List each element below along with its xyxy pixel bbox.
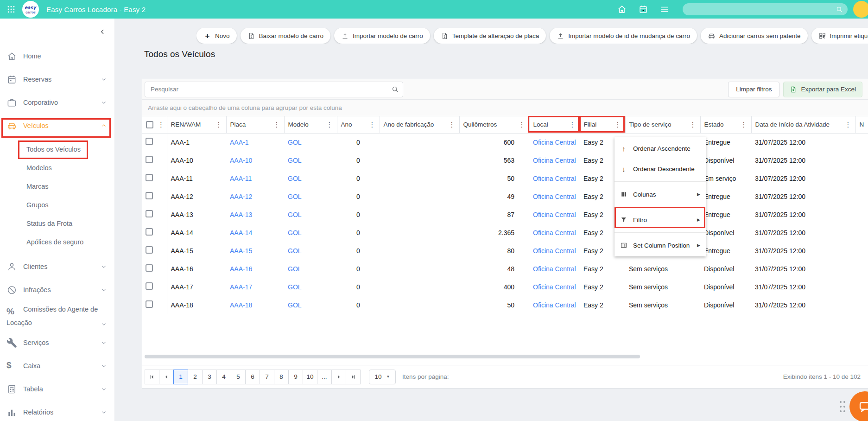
- chevron-down-icon[interactable]: [101, 99, 107, 106]
- sidebar-item-corporativo[interactable]: Corporativo: [0, 91, 114, 114]
- local-link[interactable]: Oficina Central: [533, 265, 576, 273]
- sidebar-item-status-da-frota[interactable]: Status da Frota: [0, 214, 114, 233]
- modelo-link[interactable]: GOL: [288, 301, 302, 309]
- column-menu-icon[interactable]: ⋮: [688, 121, 698, 128]
- modelo-link[interactable]: GOL: [288, 157, 302, 164]
- menu-item-ordenar-descendente[interactable]: ↓Ordenar Descendente: [615, 159, 706, 179]
- sidebar-item-apólices-de-seguro[interactable]: Apólices de seguro: [0, 233, 114, 251]
- placa-link[interactable]: AAA-1: [230, 139, 248, 146]
- local-link[interactable]: Oficina Central: [533, 157, 576, 164]
- row-checkbox[interactable]: [146, 300, 153, 308]
- page-button-9[interactable]: 9: [288, 370, 303, 384]
- column-menu-icon[interactable]: ⋮: [272, 121, 282, 128]
- global-search[interactable]: [683, 3, 848, 15]
- grid-search-input[interactable]: [150, 85, 391, 93]
- column-header-filial[interactable]: Filial⋮: [580, 116, 625, 133]
- toolbar-button-adicionar-carros-sem-patente[interactable]: Adicionar carros sem patente: [701, 28, 808, 44]
- placa-link[interactable]: AAA-12: [230, 193, 252, 200]
- sidebar-item-clientes[interactable]: Clientes: [0, 255, 114, 278]
- sidebar-item-reservas[interactable]: Reservas: [0, 68, 114, 91]
- modelo-link[interactable]: GOL: [288, 193, 302, 200]
- page-size-select[interactable]: 10▼: [369, 370, 396, 384]
- local-link[interactable]: Oficina Central: [533, 139, 576, 146]
- page-button-7[interactable]: 7: [260, 370, 274, 384]
- sidebar-item-tabela[interactable]: Tabela: [0, 377, 114, 401]
- column-menu-icon[interactable]: ⋮: [843, 121, 854, 128]
- previous-page-button[interactable]: [159, 370, 174, 384]
- toolbar-button-importar-modelo-de-id-de-mudança-de-carro[interactable]: Importar modelo de id de mudança de carr…: [550, 28, 697, 44]
- sidebar-item-relatórios[interactable]: Relatórios: [0, 401, 114, 421]
- chevron-up-icon[interactable]: [101, 122, 107, 129]
- row-checkbox[interactable]: [146, 192, 153, 199]
- column-menu-icon[interactable]: ⋮: [567, 121, 578, 128]
- apps-grid-icon[interactable]: [6, 5, 16, 14]
- local-link[interactable]: Oficina Central: [533, 247, 576, 255]
- toolbar-button-importar-modelo-de-carro[interactable]: Importar modelo de carro: [334, 28, 430, 44]
- group-by-bar[interactable]: Arraste aqui o cabeçalho de uma coluna p…: [142, 100, 868, 116]
- grid-search-box[interactable]: [145, 82, 403, 97]
- modelo-link[interactable]: GOL: [288, 175, 302, 182]
- sidebar-item-caixa[interactable]: $Caixa: [0, 354, 114, 377]
- placa-link[interactable]: AAA-15: [230, 247, 252, 255]
- menu-item-colunas[interactable]: Colunas▶: [615, 184, 706, 204]
- home-icon[interactable]: [617, 4, 627, 14]
- modelo-link[interactable]: GOL: [288, 139, 302, 146]
- sidebar-item-modelos[interactable]: Modelos: [0, 159, 114, 177]
- chevron-down-icon[interactable]: [101, 363, 107, 369]
- row-checkbox[interactable]: [146, 228, 153, 236]
- placa-link[interactable]: AAA-13: [230, 211, 252, 218]
- page-button-10[interactable]: 10: [303, 370, 317, 384]
- fab-drag-handle[interactable]: [839, 400, 846, 414]
- column-header-placa[interactable]: Placa⋮: [226, 116, 284, 133]
- placa-link[interactable]: AAA-14: [230, 229, 252, 236]
- next-page-button[interactable]: [331, 370, 346, 384]
- column-menu-icon[interactable]: ⋮: [613, 121, 623, 128]
- chevron-down-icon[interactable]: [101, 320, 107, 326]
- user-avatar[interactable]: [853, 1, 868, 18]
- placa-link[interactable]: AAA-18: [230, 301, 252, 309]
- chevron-down-icon[interactable]: [101, 386, 107, 392]
- column-header-quilômetros[interactable]: Quilômetros⋮: [459, 116, 529, 133]
- row-checkbox[interactable]: [146, 138, 153, 145]
- local-link[interactable]: Oficina Central: [533, 283, 576, 291]
- page-button-6[interactable]: 6: [245, 370, 260, 384]
- placa-link[interactable]: AAA-16: [230, 265, 252, 273]
- toolbar-button-novo[interactable]: +Novo: [196, 28, 237, 44]
- column-header-tipo-de-serviço[interactable]: Tipo de serviço⋮: [625, 116, 700, 133]
- clear-filters-button[interactable]: Limpar filtros: [728, 82, 779, 97]
- column-header-local[interactable]: Local⋮: [529, 116, 580, 133]
- page-button-2[interactable]: 2: [188, 370, 203, 384]
- sidebar-item-veículos[interactable]: Veículos: [0, 114, 114, 137]
- sidebar-item-grupos[interactable]: Grupos: [0, 196, 114, 214]
- row-checkbox[interactable]: [146, 174, 153, 181]
- sidebar-collapse-icon[interactable]: [99, 28, 106, 35]
- menu-icon[interactable]: [659, 4, 670, 14]
- chevron-down-icon[interactable]: [101, 287, 107, 293]
- global-search-input[interactable]: [687, 6, 836, 13]
- modelo-link[interactable]: GOL: [288, 283, 302, 291]
- chevron-down-icon[interactable]: [101, 409, 107, 415]
- chevron-down-icon[interactable]: [101, 339, 107, 346]
- column-menu-icon[interactable]: ⋮: [517, 121, 527, 128]
- row-checkbox[interactable]: [146, 210, 153, 217]
- menu-item-ordenar-ascendente[interactable]: ↑Ordenar Ascendente: [615, 138, 706, 159]
- modelo-link[interactable]: GOL: [288, 247, 302, 255]
- column-menu-icon[interactable]: ⋮: [324, 121, 335, 128]
- search-icon[interactable]: [836, 6, 843, 13]
- export-excel-button[interactable]: Exportar para Excel: [783, 82, 862, 97]
- column-menu-icon[interactable]: ⋮: [447, 121, 457, 128]
- row-checkbox[interactable]: [146, 246, 153, 254]
- page-button-1[interactable]: 1: [173, 370, 188, 384]
- local-link[interactable]: Oficina Central: [533, 193, 576, 200]
- chevron-down-icon[interactable]: [101, 76, 107, 83]
- chevron-down-icon[interactable]: [101, 263, 107, 270]
- column-menu-icon[interactable]: ⋮: [214, 121, 224, 128]
- column-header-renavam[interactable]: RENAVAM⋮: [167, 116, 226, 133]
- search-icon[interactable]: [391, 85, 399, 93]
- page-button-5[interactable]: 5: [231, 370, 246, 384]
- sidebar-item-infrações[interactable]: Infrações: [0, 278, 114, 301]
- column-header-estado[interactable]: Estado⋮: [700, 116, 751, 133]
- page-button-4[interactable]: 4: [216, 370, 231, 384]
- page-button-8[interactable]: 8: [274, 370, 289, 384]
- row-checkbox[interactable]: [146, 156, 153, 163]
